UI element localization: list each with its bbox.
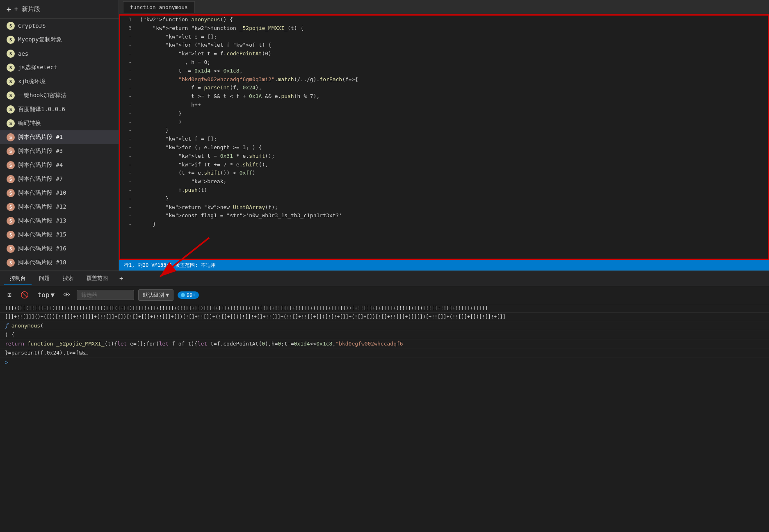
code-container[interactable]: 1("kw2">function anonymous() {3 "kw">ret… [119, 14, 769, 260]
line-number: - [120, 161, 137, 169]
sidebar-item-6[interactable]: S百度翻译1.0.0.6 [0, 102, 119, 116]
line-number: - [120, 143, 137, 152]
bottom-tab-2[interactable]: 搜索 [57, 272, 79, 285]
sidebar-item-4[interactable]: Sxjb脱环境 [0, 75, 119, 89]
line-code: h++ [137, 101, 768, 109]
line-number: 1 [120, 16, 137, 24]
sidebar-item-icon-1: S [7, 36, 15, 44]
code-line-row: 3 "kw">return "kw2">function _52pojie_MM… [120, 24, 768, 33]
sidebar-items-list: SCryptoJSSMycopy复制对象SaesSjs选择selectSxjb脱… [0, 19, 119, 271]
sidebar-item-icon-10: S [7, 161, 15, 169]
line-number: - [120, 177, 137, 186]
sidebar-item-label-2: aes [18, 50, 28, 57]
line-number: - [120, 109, 137, 118]
sidebar-item-9[interactable]: S脚本代码片段 #3 [0, 144, 119, 158]
sidebar-item-12[interactable]: S脚本代码片段 #10 [0, 186, 119, 200]
code-line-row: - f = parseInt(f, 0x24), [120, 84, 768, 92]
code-line-row: - "kw">break; [120, 177, 768, 186]
line-code: , h = 0; [137, 58, 768, 67]
eye-button[interactable]: 👁 [61, 289, 73, 300]
line-code: "kw">let f = []; [137, 135, 768, 143]
sidebar-item-icon-5: S [7, 91, 15, 100]
line-number: - [120, 186, 137, 195]
sidebar-item-13[interactable]: S脚本代码片段 #12 [0, 200, 119, 214]
sidebar-item-0[interactable]: SCryptoJS [0, 19, 119, 33]
sidebar-item-8[interactable]: S脚本代码片段 #1 [0, 130, 119, 144]
sidebar-item-label-1: Mycopy复制对象 [18, 36, 62, 43]
console-line-obfuscated-0: []]+([[(!![]]+[])[![]+!![]]+!![]]([][(]+… [0, 304, 769, 313]
sidebar-item-label-7: 编码转换 [18, 120, 41, 127]
filter-input[interactable] [77, 290, 134, 300]
bottom-panel: 控制台问题搜索覆盖范围+ ⊞ 🚫 top ▼ 👁 默认级别 ▼ 99+ []]+… [0, 271, 769, 532]
new-snippet-button[interactable]: + + 新片段 [0, 0, 119, 19]
sidebar-item-icon-2: S [7, 50, 15, 58]
navigate-to-console-button[interactable]: ⊞ [5, 289, 14, 300]
sidebar-item-label-10: 脚本代码片段 #4 [18, 161, 63, 169]
console-prompt[interactable]: > [0, 357, 769, 367]
line-code: t -= 0x1d4 << 0x1c8, [137, 67, 768, 75]
code-line-row: - "kw">const flag1 = "str">'n0w_wh3r3_1s… [120, 211, 768, 220]
sidebar-item-17[interactable]: S脚本代码片段 #18 [0, 256, 119, 270]
sidebar-item-label-4: xjb脱环境 [18, 78, 46, 85]
sidebar-item-label-15: 脚本代码片段 #15 [18, 231, 66, 239]
line-number: - [120, 220, 137, 229]
sidebar-item-7[interactable]: S编码转换 [0, 116, 119, 130]
code-line-row: - "kw">if (t += 7 * e.shift(), [120, 161, 768, 169]
code-line-row: - "kw">for ("kw">let f "kw">of t) { [120, 41, 768, 50]
sidebar-item-3[interactable]: Sjs选择select [0, 61, 119, 75]
sidebar-item-icon-14: S [7, 217, 15, 225]
console-output[interactable]: []]+([[(!![]]+[])[![]+!![]]+!![]]([][(]+… [0, 304, 769, 532]
line-code: "kw">break; [137, 177, 768, 186]
line-number: - [120, 33, 137, 41]
sidebar-item-icon-9: S [7, 147, 15, 155]
code-line-row: - "kw">for (; e.length >= 3; ) { [120, 143, 768, 152]
line-number: - [120, 195, 137, 203]
sidebar-item-label-5: 一键hook加密算法 [18, 92, 66, 99]
line-number: - [120, 58, 137, 67]
editor-tab-function-anonymous[interactable]: function anonymous [123, 1, 195, 13]
line-number: - [120, 84, 137, 92]
sidebar-item-2[interactable]: Saes [0, 47, 119, 61]
message-count-badge: 99+ [178, 291, 199, 299]
sidebar-item-label-9: 脚本代码片段 #3 [18, 148, 63, 155]
sidebar-item-icon-6: S [7, 105, 15, 114]
line-number: - [120, 118, 137, 127]
code-line-row: - (t += e.shift()) > 0xff) [120, 169, 768, 177]
bottom-tab-3[interactable]: 覆盖范围 [81, 272, 114, 285]
sidebar-item-icon-7: S [7, 119, 15, 127]
editor-status-bar: 行1, 列20 VM133:1 覆盖范围: 不适用 [119, 260, 769, 271]
sidebar-item-14[interactable]: S脚本代码片段 #13 [0, 214, 119, 228]
code-line-row: - f.push(t) [120, 186, 768, 195]
level-select[interactable]: 默认级别 ▼ [138, 289, 173, 301]
code-line-row: 1("kw2">function anonymous() { [120, 16, 768, 24]
sidebar-item-15[interactable]: S脚本代码片段 #15 [0, 228, 119, 242]
sidebar-item-icon-3: S [7, 64, 15, 72]
sidebar-item-label-14: 脚本代码片段 #13 [18, 217, 66, 225]
sidebar-item-label-6: 百度翻译1.0.0.6 [18, 106, 65, 113]
chevron-down-icon-level: ▼ [166, 292, 169, 298]
context-selector[interactable]: top ▼ [35, 289, 57, 300]
bottom-tab-0[interactable]: 控制台 [4, 272, 32, 285]
line-number: - [120, 169, 137, 177]
line-code: "kw">let e = []; [137, 33, 768, 41]
sidebar-item-16[interactable]: S脚本代码片段 #16 [0, 242, 119, 256]
sidebar-header-label: + 新片段 [14, 5, 40, 13]
clear-console-button[interactable]: 🚫 [18, 289, 31, 300]
line-code: "bkd0egfw002whccadqf6gm0q3mi2".match(/..… [137, 75, 768, 84]
code-line-row: - "kw">let t = 0x31 * e.shift(); [120, 152, 768, 161]
line-number: - [120, 135, 137, 143]
sidebar-item-1[interactable]: SMycopy复制对象 [0, 33, 119, 47]
code-line-row: - "bkd0egfw002whccadqf6gm0q3mi2".match(/… [120, 75, 768, 84]
sidebar-item-5[interactable]: S一键hook加密算法 [0, 89, 119, 102]
line-number: - [120, 41, 137, 50]
sidebar-item-10[interactable]: S脚本代码片段 #4 [0, 158, 119, 172]
editor-area: function anonymous 1("kw2">function anon… [119, 0, 769, 271]
bottom-tab-1[interactable]: 问题 [33, 272, 55, 285]
add-tab-button[interactable]: + [115, 273, 128, 284]
line-code: "kw">const flag1 = "str">'n0w_wh3r3_1s_t… [137, 211, 768, 220]
sidebar-item-11[interactable]: S脚本代码片段 #7 [0, 172, 119, 186]
sidebar-item-label-16: 脚本代码片段 #16 [18, 245, 66, 252]
line-code: } [137, 195, 768, 203]
badge-count: 99+ [187, 292, 196, 298]
code-line-row: - h++ [120, 101, 768, 109]
